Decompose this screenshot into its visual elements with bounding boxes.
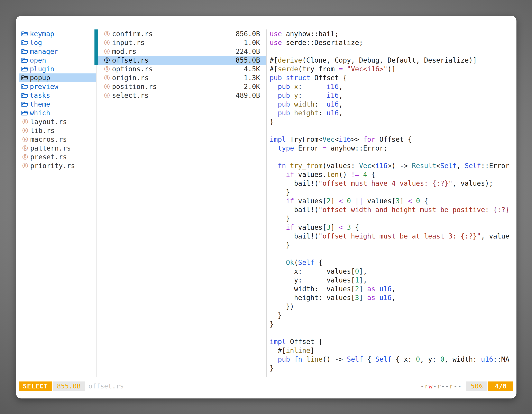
rust-file-icon: ® bbox=[103, 73, 111, 82]
file-name: position.rs bbox=[112, 82, 157, 91]
sidebar-item-priority.rs[interactable]: ®priority.rs bbox=[19, 161, 96, 170]
sidebar-item-keymap[interactable]: keymap bbox=[19, 29, 96, 38]
rust-file-icon: ® bbox=[21, 144, 29, 153]
rust-file-icon: ® bbox=[103, 91, 111, 100]
file-size-badge: 855.0B bbox=[53, 382, 85, 391]
open-folder-icon bbox=[21, 57, 28, 63]
rust-file-icon: ® bbox=[21, 153, 29, 161]
code-line: bail!("offset height must be at least 3:… bbox=[270, 232, 516, 241]
file-size: 1.0K bbox=[244, 38, 260, 47]
sidebar-item-preview[interactable]: preview bbox=[19, 82, 96, 91]
scroll-percent-badge: 50% bbox=[466, 382, 487, 391]
rust-file-icon: ® bbox=[21, 126, 29, 135]
parent-directory-pane: keymaplogmanageropenpluginpopuppreviewta… bbox=[19, 29, 96, 170]
code-line: use anyhow::bail; bbox=[270, 29, 516, 38]
code-line: if values[2] < 0 || values[3] < 0 { bbox=[270, 197, 516, 205]
code-line: } bbox=[270, 320, 516, 328]
open-folder-icon bbox=[21, 40, 28, 46]
code-line: #[serde(try_from = "Vec<i16>")] bbox=[270, 65, 516, 73]
file-row-select.rs[interactable]: ®select.rs489.0B bbox=[96, 91, 266, 100]
rust-file-icon: ® bbox=[21, 117, 29, 126]
code-line: pub fn line() -> Self { Self { x: 0, y: … bbox=[270, 355, 516, 364]
code-line: #[derive(Clone, Copy, Debug, Default, De… bbox=[270, 56, 516, 65]
file-size: 1.3K bbox=[244, 73, 260, 82]
sidebar-item-label: preset.rs bbox=[30, 153, 67, 161]
open-folder-icon bbox=[21, 75, 28, 81]
sidebar-item-which[interactable]: which bbox=[19, 109, 96, 117]
sidebar-item-label: macros.rs bbox=[30, 135, 67, 144]
code-line: } bbox=[270, 241, 516, 249]
pane-divider bbox=[266, 29, 267, 377]
rust-file-icon: ® bbox=[21, 161, 29, 170]
file-manager-window: keymaplogmanageropenpluginpopuppreviewta… bbox=[16, 16, 516, 398]
sidebar-item-manager[interactable]: manager bbox=[19, 47, 96, 56]
sidebar-item-label: open bbox=[30, 56, 46, 65]
code-line: width: values[2] as u16, bbox=[270, 285, 516, 293]
file-preview-pane: use anyhow::bail;use serde::Deserialize;… bbox=[270, 29, 516, 377]
code-line: impl Offset { bbox=[270, 337, 516, 346]
status-file-name: offset.rs bbox=[88, 382, 124, 390]
sidebar-item-label: keymap bbox=[30, 29, 54, 38]
open-folder-icon bbox=[21, 101, 28, 107]
sidebar-item-label: priority.rs bbox=[30, 161, 75, 170]
sidebar-item-preset.rs[interactable]: ®preset.rs bbox=[19, 153, 96, 161]
sidebar-item-open[interactable]: open bbox=[19, 56, 96, 65]
sidebar-item-label: which bbox=[30, 109, 50, 117]
sidebar-item-layout.rs[interactable]: ®layout.rs bbox=[19, 117, 96, 126]
code-line: type Error = anyhow::Error; bbox=[270, 144, 516, 153]
sidebar-item-log[interactable]: log bbox=[19, 38, 96, 47]
rust-file-icon: ® bbox=[103, 29, 111, 38]
rust-file-icon: ® bbox=[103, 65, 111, 73]
sidebar-item-macros.rs[interactable]: ®macros.rs bbox=[19, 135, 96, 144]
code-line: pub y: i16, bbox=[270, 91, 516, 100]
sidebar-item-pattern.rs[interactable]: ®pattern.rs bbox=[19, 144, 96, 153]
code-line: } bbox=[270, 188, 516, 197]
file-size: 4.5K bbox=[244, 65, 260, 73]
code-line: height: values[3] as u16, bbox=[270, 293, 516, 302]
rust-file-icon: ® bbox=[103, 47, 111, 56]
file-row-input.rs[interactable]: ®input.rs1.0K bbox=[96, 38, 266, 47]
file-name: mod.rs bbox=[112, 47, 136, 56]
sidebar-item-label: lib.rs bbox=[30, 126, 55, 135]
file-row-confirm.rs[interactable]: ®confirm.rs856.0B bbox=[96, 29, 266, 38]
code-line: } bbox=[270, 311, 516, 320]
code-line bbox=[270, 328, 516, 337]
file-name: confirm.rs bbox=[112, 29, 153, 38]
file-list-scrollbar[interactable] bbox=[95, 29, 98, 65]
sidebar-item-label: tasks bbox=[30, 91, 50, 100]
code-line: pub width: u16, bbox=[270, 100, 516, 109]
code-line: }) bbox=[270, 302, 516, 311]
code-line bbox=[270, 153, 516, 161]
sidebar-item-label: plugin bbox=[30, 65, 54, 73]
file-row-offset.rs[interactable]: ®offset.rs855.0B bbox=[96, 56, 266, 65]
file-name: input.rs bbox=[112, 38, 144, 47]
file-row-origin.rs[interactable]: ®origin.rs1.3K bbox=[96, 73, 266, 82]
code-line: Ok(Self { bbox=[270, 258, 516, 267]
file-row-position.rs[interactable]: ®position.rs2.0K bbox=[96, 82, 266, 91]
file-row-options.rs[interactable]: ®options.rs4.5K bbox=[96, 65, 266, 73]
file-row-mod.rs[interactable]: ®mod.rs224.0B bbox=[96, 47, 266, 56]
file-name: origin.rs bbox=[112, 73, 149, 82]
sidebar-item-label: theme bbox=[30, 100, 50, 109]
sidebar-item-label: manager bbox=[30, 47, 58, 56]
code-line: #[inline] bbox=[270, 346, 516, 355]
sidebar-item-tasks[interactable]: tasks bbox=[19, 91, 96, 100]
file-size: 489.0B bbox=[236, 91, 260, 100]
code-line bbox=[270, 47, 516, 56]
code-line: impl TryFrom<Vec<i16>> for Offset { bbox=[270, 135, 516, 144]
sidebar-item-popup[interactable]: popup bbox=[19, 73, 96, 82]
sidebar-item-lib.rs[interactable]: ®lib.rs bbox=[19, 126, 96, 135]
permissions-text: -rw-r--r-- bbox=[420, 382, 462, 390]
status-right-group: -rw-r--r-- 50% 4/8 bbox=[420, 382, 513, 391]
open-folder-icon bbox=[21, 84, 28, 90]
code-line bbox=[270, 249, 516, 258]
mode-badge: SELECT bbox=[19, 382, 52, 391]
open-folder-icon bbox=[21, 92, 28, 99]
rust-file-icon: ® bbox=[103, 82, 111, 91]
file-name: offset.rs bbox=[112, 56, 149, 65]
sidebar-item-theme[interactable]: theme bbox=[19, 100, 96, 109]
code-line: pub x: i16, bbox=[270, 82, 516, 91]
cursor-position-badge: 4/8 bbox=[488, 382, 513, 391]
rust-file-icon: ® bbox=[21, 135, 29, 144]
sidebar-item-plugin[interactable]: plugin bbox=[19, 65, 96, 73]
